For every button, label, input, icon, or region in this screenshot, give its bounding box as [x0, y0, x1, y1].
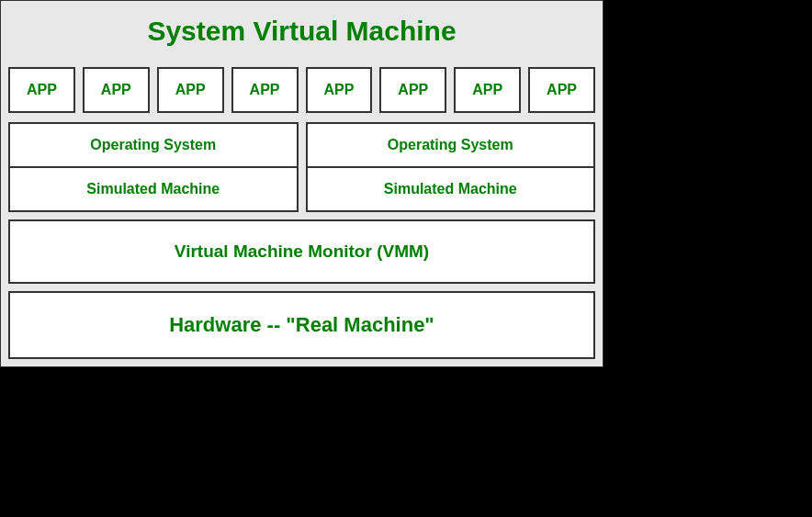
system-vm-diagram: System Virtual Machine APP APP APP APP A…: [0, 0, 603, 367]
app-group-right: APP APP APP APP: [306, 67, 596, 113]
app-box: APP: [8, 67, 75, 113]
sim-box: Simulated Machine: [8, 168, 299, 212]
diagram-title: System Virtual Machine: [8, 8, 595, 67]
vmm-box: Virtual Machine Monitor (VMM): [8, 219, 595, 284]
app-box: APP: [157, 67, 224, 113]
app-box: APP: [528, 67, 595, 113]
os-box: Operating System: [8, 122, 299, 168]
os-box: Operating System: [306, 122, 596, 168]
app-box: APP: [231, 67, 299, 113]
vm-col-right: Operating System Simulated Machine: [306, 122, 596, 212]
sim-box: Simulated Machine: [306, 168, 596, 212]
hardware-box: Hardware -- "Real Machine": [8, 291, 595, 359]
vm-col-left: Operating System Simulated Machine: [8, 122, 299, 212]
app-box: APP: [83, 67, 150, 113]
apps-row: APP APP APP APP APP APP APP APP: [8, 67, 595, 113]
vm-row: Operating System Simulated Machine Opera…: [8, 122, 595, 212]
app-group-left: APP APP APP APP: [8, 67, 299, 113]
app-box: APP: [454, 67, 521, 113]
app-box: APP: [306, 67, 373, 113]
app-box: APP: [379, 67, 446, 113]
